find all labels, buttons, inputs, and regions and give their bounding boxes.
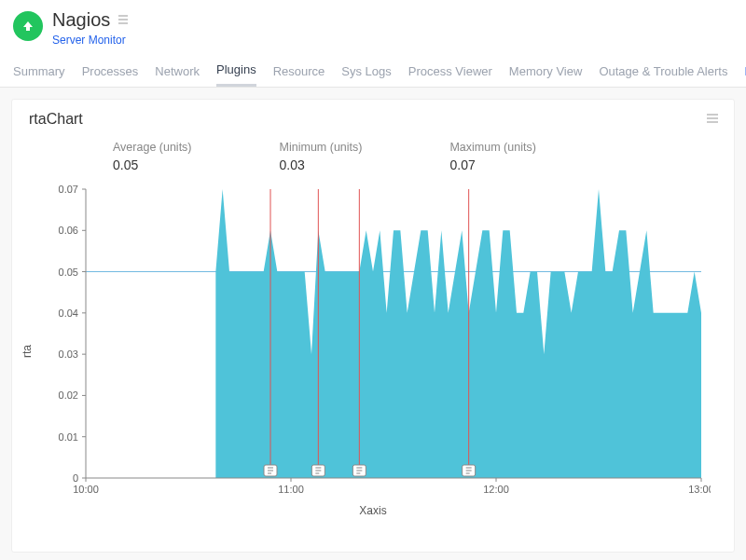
stat-value: 0.07 — [449, 157, 535, 172]
x-axis-label: Xaxis — [35, 504, 711, 517]
y-axis-label: rta — [21, 345, 34, 358]
svg-text:12:00: 12:00 — [483, 484, 509, 495]
tab-syslogs[interactable]: Sys Logs — [341, 59, 391, 86]
stat-label: Maximum (units) — [449, 141, 535, 154]
svg-text:0.04: 0.04 — [59, 307, 78, 319]
svg-text:0.05: 0.05 — [59, 266, 78, 278]
chart-area: rta 00.010.020.030.040.050.060.0710:0011… — [35, 184, 711, 519]
svg-text:0.06: 0.06 — [59, 225, 78, 236]
svg-text:0: 0 — [73, 472, 78, 484]
svg-text:13:00: 13:00 — [688, 484, 711, 495]
arrow-up-icon — [21, 20, 35, 33]
stat-label: Average (units) — [113, 141, 192, 154]
svg-text:10:00: 10:00 — [73, 484, 99, 495]
stat-minimum: Minimum (units) 0.03 — [280, 141, 363, 172]
svg-text:0.03: 0.03 — [59, 348, 78, 360]
title-menu-icon[interactable] — [117, 12, 129, 29]
title-column: Nagios Server Monitor — [52, 9, 129, 48]
stat-label: Minimum (units) — [280, 141, 363, 154]
header: Nagios Server Monitor — [0, 0, 746, 51]
tab-network[interactable]: Network — [155, 59, 200, 86]
tab-outage-alerts[interactable]: Outage & Trouble Alerts — [599, 59, 727, 86]
tab-resource[interactable]: Resource — [273, 59, 325, 86]
stat-average: Average (units) 0.05 — [113, 141, 192, 172]
chart-card: rtaChart Average (units) 0.05 Minimum (u… — [11, 99, 735, 553]
stat-value: 0.05 — [113, 157, 192, 172]
page-title: Nagios — [52, 9, 110, 31]
tab-plugins[interactable]: Plugins — [216, 57, 256, 87]
rta-chart-svg: 00.010.020.030.040.050.060.0710:0011:001… — [35, 184, 711, 500]
stat-maximum: Maximum (units) 0.07 — [449, 141, 535, 172]
chart-stats: Average (units) 0.05 Minimum (units) 0.0… — [12, 131, 734, 178]
svg-text:11:00: 11:00 — [278, 484, 304, 495]
stat-value: 0.03 — [280, 157, 363, 172]
svg-text:0.02: 0.02 — [59, 389, 78, 401]
content-area: rtaChart Average (units) 0.05 Minimum (u… — [0, 88, 746, 560]
tab-summary[interactable]: Summary — [13, 59, 65, 86]
tab-processes[interactable]: Processes — [82, 59, 139, 86]
chart-menu-icon[interactable] — [706, 111, 719, 128]
svg-text:0.01: 0.01 — [59, 431, 78, 443]
tabbar: Summary Processes Network Plugins Resour… — [0, 51, 746, 88]
tab-memory-view[interactable]: Memory View — [509, 59, 583, 86]
subtitle-link[interactable]: Server Monitor — [52, 34, 126, 47]
tab-process-viewer[interactable]: Process Viewer — [408, 59, 492, 86]
status-badge — [13, 11, 43, 41]
chart-title: rtaChart — [29, 111, 83, 128]
svg-text:0.07: 0.07 — [59, 184, 78, 195]
